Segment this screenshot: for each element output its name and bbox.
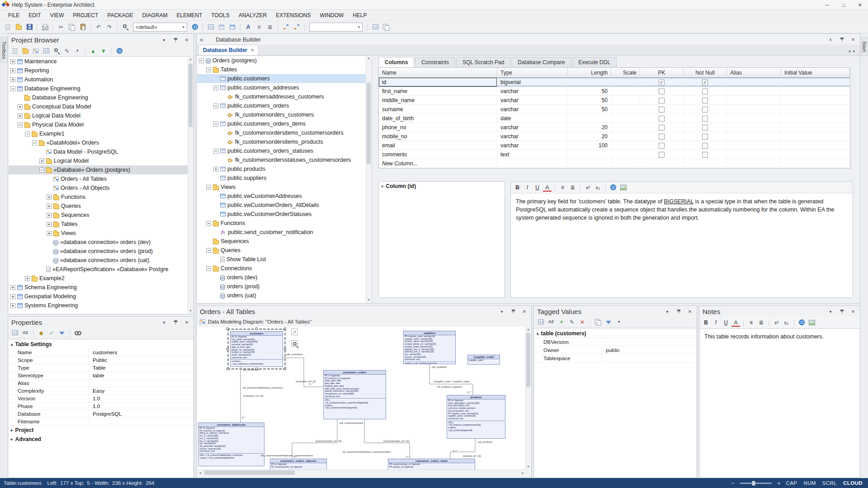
- property-row[interactable]: Namecustomers: [9, 349, 193, 357]
- database-builder-scrollbar[interactable]: ▴ ▾: [366, 56, 371, 303]
- options-icon[interactable]: ▾: [614, 318, 623, 326]
- menu-package[interactable]: PACKAGE: [103, 10, 137, 21]
- scroll-down-icon[interactable]: ▾: [526, 464, 531, 469]
- pin-icon[interactable]: [172, 36, 179, 43]
- menu-analyzer[interactable]: ANALYZER: [234, 10, 271, 21]
- spectacles-icon[interactable]: [73, 329, 82, 337]
- expander-icon[interactable]: [206, 221, 211, 226]
- font-icon[interactable]: A: [243, 23, 253, 32]
- expander-icon[interactable]: [10, 285, 15, 290]
- tab-columns[interactable]: Columns: [378, 57, 414, 67]
- expander-icon[interactable]: [10, 294, 15, 299]
- superscript-icon[interactable]: x²: [772, 318, 781, 327]
- insert-image-icon[interactable]: [619, 183, 627, 192]
- expander-icon[interactable]: [25, 131, 30, 136]
- tree-item[interactable]: Physical Data Model: [9, 120, 188, 129]
- expander-icon[interactable]: [39, 168, 44, 173]
- bold-icon[interactable]: B: [702, 318, 710, 327]
- expander-icon[interactable]: [47, 204, 52, 209]
- diagram-table[interactable]: customersPK id: bigserialfirst_name: var…: [230, 331, 283, 367]
- tab-sql-scratch-pad[interactable]: SQL Scratch Pad: [456, 57, 510, 67]
- property-row[interactable]: Filename: [9, 418, 193, 426]
- pk-checkbox[interactable]: [659, 134, 665, 140]
- diagram-table[interactable]: (supplier_code)supplier_code*: [467, 355, 500, 365]
- tab-database-builder[interactable]: Database Builder ×: [198, 45, 259, 55]
- font-color-icon[interactable]: A: [731, 319, 740, 327]
- connector-icon[interactable]: [292, 23, 302, 32]
- open-icon[interactable]: [14, 23, 24, 32]
- property-row[interactable]: Phase1.0: [9, 403, 193, 410]
- tab-database-compare[interactable]: Database Compare: [511, 57, 571, 67]
- edit-icon[interactable]: ✎: [62, 47, 71, 55]
- bullet-list-icon[interactable]: ≡: [558, 183, 567, 192]
- help-icon[interactable]: [190, 23, 200, 32]
- table-icon[interactable]: [217, 23, 226, 32]
- filter-icon[interactable]: [604, 318, 613, 326]
- expander-icon[interactable]: [32, 141, 37, 145]
- edit-tag-icon[interactable]: ✎: [567, 318, 576, 326]
- paste-icon[interactable]: [78, 23, 88, 32]
- number-list-icon[interactable]: ≣: [757, 318, 765, 327]
- pin-icon[interactable]: [838, 36, 845, 43]
- menu-edit[interactable]: EDIT: [24, 10, 45, 21]
- subscript-icon[interactable]: x₂: [782, 318, 791, 327]
- close-icon[interactable]: ✕: [183, 319, 190, 326]
- tree-item[interactable]: Schema Engineering: [9, 283, 188, 292]
- expander-icon[interactable]: [47, 195, 52, 200]
- tree-item[interactable]: Orders - All Objects: [9, 183, 188, 192]
- tagged-value-row[interactable]: Tablespace: [534, 354, 696, 362]
- tree-item[interactable]: Geospatial Modeling: [9, 292, 188, 301]
- column-row[interactable]: emailvarchar100: [379, 141, 850, 150]
- status-toggle-cloud[interactable]: CLOUD: [843, 480, 863, 486]
- column-row[interactable]: mobile_novarchar20: [379, 132, 850, 141]
- scroll-up-icon[interactable]: ▴: [366, 56, 371, 61]
- search-icon[interactable]: [52, 47, 61, 55]
- add-element-icon[interactable]: [42, 47, 51, 55]
- menu-view[interactable]: VIEW: [46, 10, 69, 21]
- expander-icon[interactable]: [213, 103, 218, 108]
- hyperlink-icon[interactable]: [281, 23, 291, 32]
- notnull-checkbox[interactable]: [702, 107, 708, 113]
- close-icon[interactable]: ✕: [849, 36, 857, 43]
- tree-item[interactable]: «DataModel» Orders: [9, 138, 188, 147]
- undo-icon[interactable]: ↶: [94, 23, 104, 32]
- expander-icon[interactable]: [39, 159, 44, 164]
- start-tab[interactable]: Start: [861, 37, 868, 56]
- pk-checkbox[interactable]: [659, 89, 665, 94]
- menu-down-icon[interactable]: ▾: [160, 319, 168, 326]
- expander-icon[interactable]: [213, 85, 218, 90]
- diagram-table[interactable]: customers_ordersPK id: bigserialFK custo…: [323, 370, 386, 419]
- status-toggle-scrl[interactable]: SCRL: [822, 480, 837, 486]
- menu-extensions[interactable]: EXTENSIONS: [271, 10, 315, 21]
- expander-icon[interactable]: [18, 104, 23, 109]
- tree-item[interactable]: Database Engineering: [9, 93, 188, 102]
- expander-icon[interactable]: [47, 231, 52, 236]
- bullet-list-icon[interactable]: ≡: [747, 318, 755, 327]
- tree-item[interactable]: Orders (postgres): [197, 56, 366, 65]
- selection-handle[interactable]: [226, 368, 229, 370]
- tree-item[interactable]: public.vwCustomerOrders_AllDetails: [197, 201, 366, 210]
- expander-icon[interactable]: [25, 276, 30, 281]
- expander-icon[interactable]: [47, 222, 52, 227]
- tree-item[interactable]: fk_customersordersitems_customersorders: [197, 128, 366, 137]
- tree-item[interactable]: orders (dev): [197, 273, 366, 282]
- pk-checkbox[interactable]: [659, 98, 665, 103]
- diagram-table[interactable]: customers_addressesPK id: bigserialFK cu…: [198, 422, 264, 466]
- grid-icon[interactable]: [206, 23, 216, 32]
- menu-tools[interactable]: TOOLS: [207, 10, 234, 21]
- selection-handle[interactable]: [284, 368, 286, 370]
- tab-execute-ddl[interactable]: Execute DDL: [572, 57, 617, 67]
- tree-item[interactable]: Maintenance: [9, 57, 188, 66]
- tree-item[interactable]: public.send_customer_notification: [197, 228, 366, 237]
- selection-handle[interactable]: [226, 328, 229, 330]
- tree-item[interactable]: Connections: [197, 264, 366, 273]
- new-file-icon[interactable]: [3, 23, 13, 32]
- tree-item[interactable]: «database connection» orders (uat): [9, 256, 188, 265]
- column-row[interactable]: phone_novarchar20: [379, 123, 850, 132]
- selection-handle[interactable]: [284, 328, 286, 330]
- redo-icon[interactable]: ↷: [104, 23, 114, 32]
- tree-item[interactable]: Conceptual Data Model: [9, 102, 188, 111]
- pk-checkbox[interactable]: [659, 116, 665, 122]
- expander-icon[interactable]: [10, 68, 15, 73]
- sort-icon[interactable]: AZ: [547, 318, 556, 326]
